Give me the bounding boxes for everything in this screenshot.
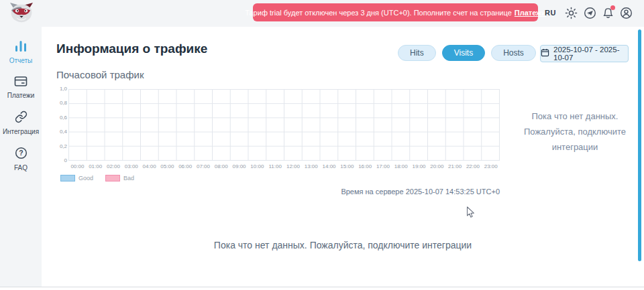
y-axis-tick-label: 0 [47, 157, 67, 164]
link-icon [15, 111, 28, 126]
sidebar-item-payments[interactable]: Платежи [0, 76, 42, 99]
svg-text:?: ? [19, 149, 23, 157]
x-axis-tick-label: 23:00 [482, 163, 500, 169]
tab-hosts[interactable]: Hosts [491, 45, 536, 61]
sidebar-item-faq[interactable]: ? FAQ [0, 147, 42, 171]
bar-chart-icon [14, 40, 28, 55]
x-axis-tick-label: 16:00 [356, 163, 374, 169]
account-icon[interactable] [620, 7, 633, 19]
server-time: Время на сервере 2025-10-07 14:53:25 UTC… [341, 188, 500, 196]
x-axis-tick-label: 18:00 [392, 163, 410, 169]
x-axis-tick-label: 05:00 [158, 163, 176, 169]
legend-swatch-good [60, 175, 75, 182]
x-axis-tick-label: 21:00 [446, 163, 464, 169]
x-axis-tick-label: 20:00 [428, 163, 446, 169]
x-axis-tick-label: 22:00 [464, 163, 482, 169]
y-axis-tick-label: 0,8 [47, 100, 67, 106]
legend-label: Bad [123, 175, 134, 182]
y-axis-tick-label: 0,4 [47, 129, 67, 135]
banner-text: Тариф trial будет отключен через 3 дня (… [245, 9, 512, 17]
x-axis-tick-label: 01:00 [87, 163, 105, 169]
y-axis-tick-label: 0,6 [47, 115, 67, 121]
chart-legend: Good Bad [60, 175, 134, 182]
vertical-scrollbar-thumb[interactable] [638, 29, 641, 261]
x-axis-ticks: 00:0001:0002:0003:0004:0005:0006:0007:00… [68, 163, 500, 169]
sidebar-nav: Отчеты Платежи Интеграция [0, 27, 42, 287]
x-axis-tick-label: 15:00 [338, 163, 356, 169]
raccoon-logo[interactable] [9, 1, 34, 24]
sidebar-item-label: Платежи [7, 92, 35, 99]
no-data-bottom-message: Пока что нет данных. Пожалуйста, подключ… [42, 240, 644, 250]
telegram-icon[interactable] [584, 7, 596, 19]
legend-item-good: Good [60, 175, 93, 182]
x-axis-tick-label: 07:00 [195, 163, 213, 169]
x-axis-tick-label: 06:00 [176, 163, 195, 169]
sidebar-item-reports[interactable]: Отчеты [0, 40, 42, 64]
tab-visits[interactable]: Visits [442, 45, 485, 61]
bell-icon[interactable] [602, 7, 614, 19]
x-axis-tick-label: 02:00 [105, 163, 123, 169]
y-axis-tick-label: 1,0 [47, 86, 67, 92]
language-switcher[interactable]: RU [545, 9, 556, 17]
x-axis-tick-label: 11:00 [266, 163, 284, 169]
trial-warning-banner: Тариф trial будет отключен через 3 дня (… [253, 3, 538, 21]
x-axis-tick-label: 13:00 [302, 163, 320, 169]
date-range-value: 2025-10-07 - 2025-10-07 [553, 46, 628, 62]
sidebar-item-label: FAQ [14, 164, 28, 171]
x-axis-tick-label: 17:00 [374, 163, 392, 169]
top-bar: Тариф trial будет отключен через 3 дня (… [0, 0, 644, 27]
x-axis-tick-label: 08:00 [212, 163, 230, 169]
bottom-divider [0, 287, 644, 287]
y-axis-ticks: 1,00,80,60,40,20 [47, 86, 67, 164]
question-circle-icon: ? [15, 147, 28, 162]
sidebar-item-label: Отчеты [9, 57, 33, 64]
date-range-picker[interactable]: 2025-10-07 - 2025-10-07 [540, 45, 629, 62]
metric-tabs: Hits Visits Hosts [398, 45, 536, 61]
x-axis-tick-label: 03:00 [122, 163, 140, 169]
chart-title: Почасовой трафик [56, 69, 144, 80]
payments-link[interactable]: Платежи [515, 9, 546, 17]
chart-plot-area[interactable] [68, 89, 500, 161]
legend-swatch-bad [105, 175, 120, 182]
app-window: Тариф trial будет отключен через 3 дня (… [0, 0, 644, 290]
x-axis-tick-label: 04:00 [140, 163, 158, 169]
main-content: Информация о трафике Hits Visits Hosts 2… [42, 27, 644, 287]
x-axis-tick-label: 19:00 [410, 163, 428, 169]
legend-item-bad: Bad [105, 175, 134, 182]
notification-badge [610, 5, 615, 10]
x-axis-tick-label: 09:00 [230, 163, 248, 169]
legend-label: Good [78, 175, 93, 182]
no-data-side-message: Пока что нет данных. Пожалуйста, подключ… [513, 108, 637, 155]
y-axis-tick-label: 0,2 [47, 143, 67, 150]
page-title: Информация о трафике [56, 42, 207, 56]
calendar-icon [541, 48, 549, 60]
x-axis-tick-label: 00:00 [68, 163, 87, 169]
credit-card-icon [14, 76, 28, 90]
sidebar-item-integration[interactable]: Интеграция [0, 111, 42, 135]
sidebar-item-label: Интеграция [3, 128, 39, 135]
x-axis-tick-label: 10:00 [248, 163, 266, 169]
x-axis-tick-label: 14:00 [320, 163, 338, 169]
x-axis-tick-label: 12:00 [284, 163, 303, 169]
tab-hits[interactable]: Hits [398, 45, 436, 61]
theme-sun-icon[interactable] [565, 7, 578, 19]
